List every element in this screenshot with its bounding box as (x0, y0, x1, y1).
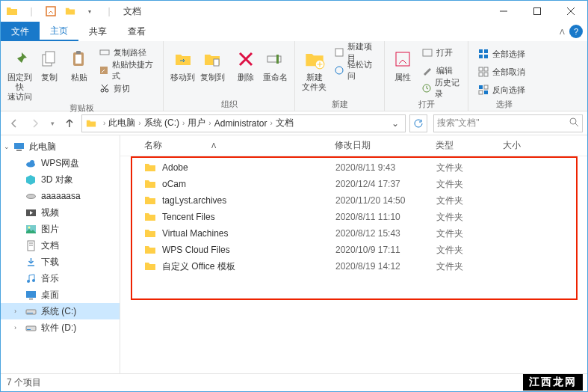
rename-button[interactable]: 重命名 (260, 44, 290, 82)
chevron-right-icon[interactable]: › (138, 119, 140, 127)
svg-rect-8 (75, 55, 81, 64)
file-date: 2020/11/20 14:50 (335, 195, 436, 206)
new-folder-button[interactable]: 新建 文件夹 (300, 44, 329, 92)
minimize-button[interactable] (486, 1, 520, 22)
breadcrumb[interactable]: › 此电脑 › 系统 (C:) › 用户 › Administrator › 文… (81, 114, 406, 132)
qat-dropdown-icon[interactable]: ▾ (81, 3, 98, 19)
copy-to-button[interactable]: 复制到 (198, 44, 228, 82)
drive-icon (25, 322, 37, 334)
refresh-button[interactable] (409, 114, 427, 132)
cut-button[interactable]: 剪切 (96, 80, 158, 97)
nav-drive-d[interactable]: ›软件 (D:) (1, 319, 120, 336)
nav-downloads[interactable]: 下载 (1, 254, 120, 270)
svg-rect-16 (276, 55, 279, 64)
bc-admin[interactable]: Administrator (214, 118, 267, 129)
easy-access-button[interactable]: 轻松访问 (331, 62, 380, 79)
file-row[interactable]: Tencent Files2020/8/11 11:10文件夹 (120, 209, 587, 225)
folder-icon (144, 195, 156, 206)
select-none-button[interactable]: 全部取消 (474, 64, 528, 80)
copy-button[interactable]: 复制 (35, 44, 65, 82)
bc-this-pc[interactable]: 此电脑 (108, 117, 135, 129)
nav-aaaa[interactable]: aaaaaasa (1, 188, 120, 204)
file-row[interactable]: Adobe2020/8/11 9:43文件夹 (120, 159, 587, 176)
qat-folder-icon[interactable] (62, 3, 78, 19)
open-button[interactable]: 打开 (418, 44, 463, 61)
chevron-right-icon[interactable]: › (182, 119, 185, 127)
paste-button[interactable]: 粘贴 (64, 44, 94, 82)
new-item-button[interactable]: 新建项目 (331, 44, 380, 61)
move-to-button[interactable]: 移动到 (168, 44, 198, 82)
file-date: 2020/12/4 17:37 (335, 179, 436, 189)
invert-selection-button[interactable]: 反向选择 (474, 82, 528, 98)
nav-documents[interactable]: 文档 (1, 237, 120, 254)
svg-rect-25 (479, 55, 483, 58)
back-button[interactable] (5, 114, 23, 132)
download-icon (25, 256, 37, 268)
file-row[interactable]: 自定义 Office 模板2020/8/19 14:12文件夹 (120, 258, 587, 275)
chevron-right-icon[interactable]: › (270, 119, 272, 127)
nav-this-pc[interactable]: ⌄此电脑 (1, 138, 120, 155)
properties-button[interactable]: 属性 (389, 44, 417, 82)
select-all-button[interactable]: 全部选择 (474, 46, 528, 62)
nav-drive-c[interactable]: ›系统 (C:) (1, 303, 120, 319)
drive-icon (25, 305, 37, 317)
window-controls (486, 1, 587, 22)
tab-share[interactable]: 共享 (78, 22, 117, 41)
folder-icon (144, 244, 156, 256)
qat-properties-icon[interactable] (43, 3, 59, 19)
recent-dropdown[interactable]: ▾ (47, 114, 58, 132)
column-name[interactable]: 名称ᐱ (144, 139, 335, 152)
forward-button[interactable] (26, 114, 44, 132)
tab-view[interactable]: 查看 (117, 22, 156, 41)
group-open-label: 打开 (385, 99, 468, 111)
nav-pictures[interactable]: 图片 (1, 221, 120, 237)
maximize-button[interactable] (520, 1, 554, 22)
svg-point-41 (26, 194, 35, 198)
pin-to-quick-access-button[interactable]: 固定到快 速访问 (5, 44, 35, 102)
file-row[interactable]: tagLyst.archives2020/11/20 14:50文件夹 (120, 192, 587, 209)
file-row[interactable]: WPS Cloud Files2020/10/9 17:11文件夹 (120, 242, 587, 258)
column-size[interactable]: 大小 (503, 139, 548, 152)
help-icon[interactable]: ? (569, 25, 583, 38)
paste-shortcut-button[interactable]: 粘贴快捷方式 (96, 62, 158, 79)
nav-wps[interactable]: WPS网盘 (1, 155, 120, 171)
chevron-right-icon[interactable]: › (103, 119, 105, 127)
delete-icon (234, 47, 258, 71)
file-type: 文件夹 (436, 227, 504, 240)
tab-home[interactable]: 主页 (40, 22, 78, 41)
search-input[interactable]: 搜索"文档" (433, 114, 583, 132)
column-type[interactable]: 类型 (436, 139, 503, 152)
tree-caret-icon[interactable]: › (14, 324, 16, 331)
nav-3d-objects[interactable]: 3D 对象 (1, 171, 120, 188)
chevron-right-icon[interactable]: › (208, 119, 211, 127)
delete-button[interactable]: 删除 (231, 44, 261, 82)
copy-path-button[interactable]: 复制路径 (96, 44, 158, 61)
svg-rect-20 (396, 52, 409, 66)
svg-point-44 (28, 226, 30, 228)
nav-videos[interactable]: 视频 (1, 204, 120, 221)
collapse-ribbon-icon[interactable]: ᐱ (560, 28, 565, 36)
edit-button[interactable]: 编辑 (418, 62, 463, 79)
group-clipboard-label: 剪贴板 (1, 102, 163, 114)
history-button[interactable]: 历史记录 (418, 80, 463, 97)
tree-caret-icon[interactable]: › (14, 307, 16, 315)
file-name: Virtual Machines (162, 228, 335, 239)
bc-users[interactable]: 用户 (188, 117, 205, 129)
shortcut-icon (99, 64, 109, 76)
close-button[interactable] (554, 1, 587, 22)
tab-file[interactable]: 文件 (1, 22, 40, 41)
tree-caret-icon[interactable]: ⌄ (4, 143, 10, 150)
svg-rect-38 (16, 150, 22, 151)
up-button[interactable] (61, 114, 78, 132)
file-row[interactable]: Virtual Machines2020/8/12 15:43文件夹 (120, 225, 587, 242)
column-date[interactable]: 修改日期 (335, 139, 436, 152)
nav-desktop[interactable]: 桌面 (1, 287, 120, 303)
nav-music[interactable]: 音乐 (1, 270, 120, 287)
bc-system-c[interactable]: 系统 (C:) (144, 117, 179, 129)
file-date: 2020/8/11 9:43 (335, 162, 436, 173)
svg-rect-31 (479, 85, 483, 89)
file-row[interactable]: oCam2020/12/4 17:37文件夹 (120, 176, 587, 192)
address-dropdown-icon[interactable]: ⌄ (389, 118, 402, 129)
sort-asc-icon: ᐱ (211, 142, 216, 150)
bc-documents[interactable]: 文档 (276, 117, 294, 129)
